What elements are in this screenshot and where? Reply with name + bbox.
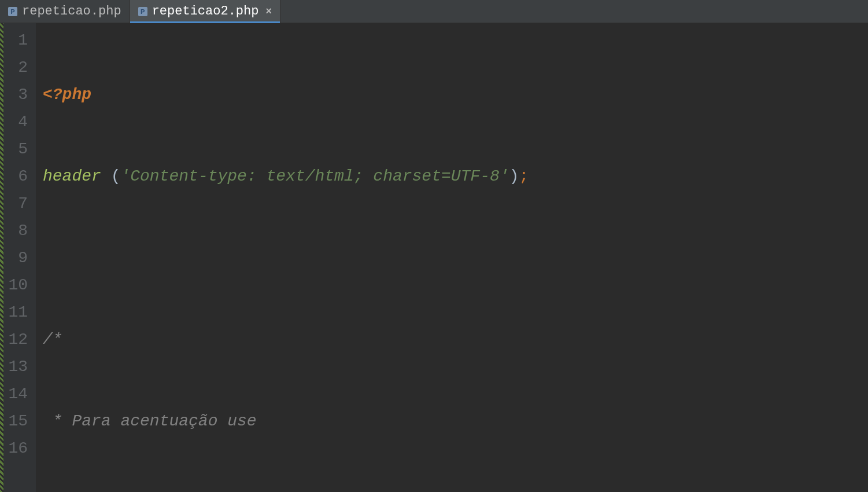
line-number: 14: [3, 380, 28, 407]
php-file-icon: P: [8, 7, 17, 16]
line-number: 9: [3, 244, 28, 271]
line-number: 7: [3, 190, 28, 217]
code-line: <?php: [43, 81, 868, 108]
tab-label: repeticao.php: [22, 4, 121, 19]
code-area[interactable]: <?php header ('Content-type: text/html; …: [36, 23, 868, 492]
line-number: 3: [3, 81, 28, 108]
line-number: 11: [3, 299, 28, 326]
line-number: 4: [3, 108, 28, 135]
gutter: 1 2 3 4 5 6 7 8 9 10 11 12 13 14 15 16: [3, 23, 36, 492]
line-number: 2: [3, 54, 28, 81]
line-number: 12: [3, 326, 28, 353]
line-number: 8: [3, 217, 28, 244]
close-icon[interactable]: ×: [265, 5, 272, 17]
tab-label: repeticao2.php: [152, 4, 259, 19]
line-number: 13: [3, 353, 28, 380]
code-line: [43, 244, 868, 271]
code-line: /*: [43, 326, 868, 353]
tab-bar: P repeticao.php P repeticao2.php ×: [0, 0, 868, 23]
line-number: 1: [3, 27, 28, 54]
line-number: 6: [3, 163, 28, 190]
line-number: 5: [3, 135, 28, 163]
line-number: 15: [3, 407, 28, 435]
editor: 1 2 3 4 5 6 7 8 9 10 11 12 13 14 15 16 <…: [0, 23, 868, 492]
code-line: header ('Content-type: text/html; charse…: [43, 163, 868, 190]
php-file-icon: P: [138, 7, 147, 16]
code-line: * Para acentuação use: [43, 407, 868, 435]
line-number: 10: [3, 271, 28, 299]
tab-repeticao[interactable]: P repeticao.php: [0, 0, 130, 23]
code-line: * no PHP "header ('Content-type: text/ht…: [43, 489, 868, 492]
line-number: 16: [3, 435, 28, 462]
tab-repeticao2[interactable]: P repeticao2.php ×: [130, 0, 280, 23]
